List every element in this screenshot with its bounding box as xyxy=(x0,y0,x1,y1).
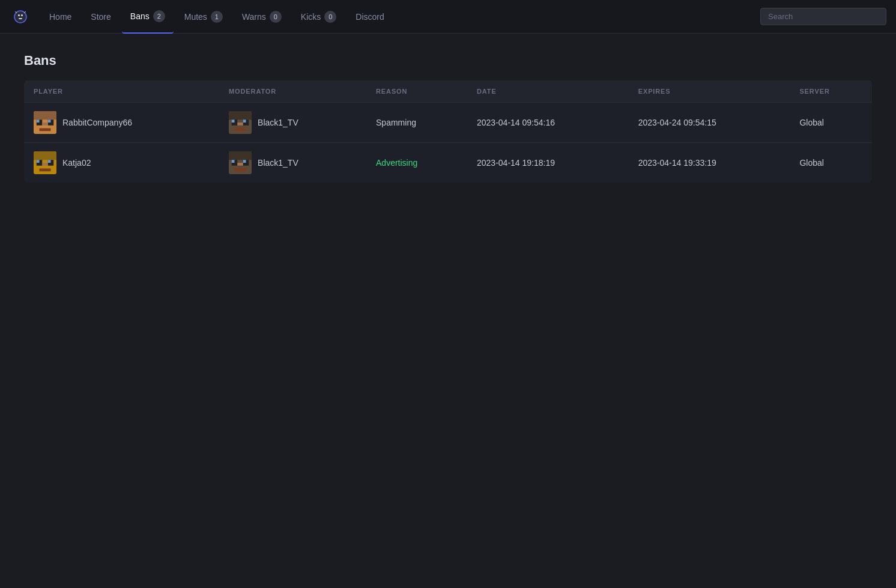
nav-item-discord[interactable]: Discord xyxy=(347,0,392,34)
nav-item-warns[interactable]: Warns 0 xyxy=(234,0,290,34)
nav-label-kicks: Kicks xyxy=(301,12,321,22)
svg-rect-15 xyxy=(229,111,252,120)
nav-item-kicks[interactable]: Kicks 0 xyxy=(292,0,345,34)
svg-rect-3 xyxy=(19,18,22,19)
svg-rect-36 xyxy=(232,160,235,163)
page-title: Bans xyxy=(24,53,872,68)
col-expires: EXPIRES xyxy=(629,80,790,103)
table-header: PLAYER MODERATOR REASON DATE EXPIRES SER… xyxy=(24,80,872,103)
player-avatar xyxy=(34,111,56,134)
nav-label-discord: Discord xyxy=(356,12,384,22)
nav-badge-bans: 2 xyxy=(153,10,165,22)
player-cell: RabbitCompany66 xyxy=(34,111,210,134)
svg-rect-1 xyxy=(18,14,20,16)
svg-rect-26 xyxy=(42,163,48,166)
svg-rect-35 xyxy=(235,169,246,172)
app-logo[interactable] xyxy=(10,6,31,28)
svg-rect-12 xyxy=(37,120,40,123)
nav-badge-mutes: 1 xyxy=(211,11,223,23)
col-player: PLAYER xyxy=(24,80,219,103)
svg-rect-27 xyxy=(40,169,51,172)
table-body: RabbitCompany66Black1_TVSpamming2023-04-… xyxy=(24,103,872,183)
nav-label-bans: Bans xyxy=(130,11,150,21)
svg-rect-21 xyxy=(243,120,246,123)
bans-table: PLAYER MODERATOR REASON DATE EXPIRES SER… xyxy=(24,80,872,183)
nav-item-bans[interactable]: Bans 2 xyxy=(122,0,174,34)
svg-rect-20 xyxy=(232,120,235,123)
svg-rect-29 xyxy=(48,160,51,163)
moderator-name: Black1_TV xyxy=(258,118,298,127)
table-row[interactable]: Katja02Black1_TVAdvertising2023-04-14 19… xyxy=(24,143,872,183)
nav-badge-warns: 0 xyxy=(270,11,282,23)
nav-item-store[interactable]: Store xyxy=(82,0,119,34)
svg-rect-11 xyxy=(40,129,51,132)
col-date: DATE xyxy=(467,80,629,103)
nav-badge-kicks: 0 xyxy=(324,11,336,23)
moderator-cell: Black1_TV xyxy=(229,111,357,134)
cell-expires: 2023-04-14 19:33:19 xyxy=(629,143,790,183)
svg-rect-34 xyxy=(237,163,243,166)
player-avatar xyxy=(34,151,56,174)
cell-date: 2023-04-14 09:54:16 xyxy=(467,103,629,143)
col-server: SERVER xyxy=(790,80,872,103)
cell-reason: Spamming xyxy=(366,103,467,143)
player-name: Katja02 xyxy=(62,158,91,168)
player-name: RabbitCompany66 xyxy=(62,118,132,127)
cell-moderator: Black1_TV xyxy=(219,143,366,183)
svg-rect-31 xyxy=(229,151,252,160)
nav-label-home: Home xyxy=(49,12,71,22)
cell-moderator: Black1_TV xyxy=(219,103,366,143)
player-avatar xyxy=(229,111,252,134)
cell-reason: Advertising xyxy=(366,143,467,183)
navbar: Home Store Bans 2 Mutes 1 Warns 0 Kicks … xyxy=(0,0,896,34)
nav-label-store: Store xyxy=(91,12,110,22)
nav-label-warns: Warns xyxy=(242,12,266,22)
col-reason: REASON xyxy=(366,80,467,103)
svg-rect-13 xyxy=(48,120,51,123)
nav-label-mutes: Mutes xyxy=(184,12,207,22)
table-row[interactable]: RabbitCompany66Black1_TVSpamming2023-04-… xyxy=(24,103,872,143)
cell-server: Global xyxy=(790,143,872,183)
nav-item-mutes[interactable]: Mutes 1 xyxy=(176,0,231,34)
main-content: Bans PLAYER MODERATOR REASON DATE EXPIRE… xyxy=(0,34,896,202)
svg-rect-10 xyxy=(42,123,48,126)
nav-item-home[interactable]: Home xyxy=(41,0,80,34)
player-cell: Katja02 xyxy=(34,151,210,174)
cell-expires: 2023-04-24 09:54:15 xyxy=(629,103,790,143)
moderator-cell: Black1_TV xyxy=(229,151,357,174)
cell-player: Katja02 xyxy=(24,143,219,183)
svg-rect-18 xyxy=(237,123,243,126)
search-input[interactable] xyxy=(760,8,886,25)
moderator-name: Black1_TV xyxy=(258,158,298,168)
svg-rect-23 xyxy=(34,151,56,160)
svg-rect-28 xyxy=(37,160,40,163)
player-avatar xyxy=(229,151,252,174)
svg-rect-7 xyxy=(34,111,56,120)
cell-player: RabbitCompany66 xyxy=(24,103,219,143)
col-moderator: MODERATOR xyxy=(219,80,366,103)
svg-rect-2 xyxy=(21,14,23,16)
svg-rect-19 xyxy=(235,129,246,132)
cell-server: Global xyxy=(790,103,872,143)
cell-date: 2023-04-14 19:18:19 xyxy=(467,143,629,183)
svg-rect-37 xyxy=(243,160,246,163)
